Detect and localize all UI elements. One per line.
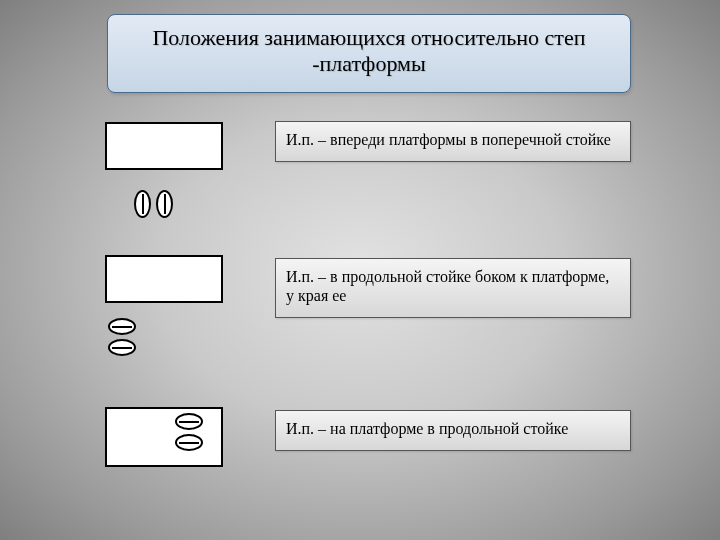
row2-description: И.п. – в продольной стойке боком к платф…: [275, 258, 631, 318]
row1-description: И.п. – впереди платформы в поперечной ст…: [275, 121, 631, 162]
row1-foot-right: [156, 190, 173, 218]
row1-platform: [105, 122, 223, 170]
row1-foot-left: [134, 190, 151, 218]
row3-platform: [105, 407, 223, 467]
row3-foot-bottom: [175, 434, 203, 451]
row3-description: И.п. – на платформе в продольной стойке: [275, 410, 631, 451]
row2-platform: [105, 255, 223, 303]
row2-foot-top: [108, 318, 136, 335]
page-title: Положения занимающихся относительно степ…: [107, 14, 631, 93]
row2-foot-bottom: [108, 339, 136, 356]
row3-foot-top: [175, 413, 203, 430]
